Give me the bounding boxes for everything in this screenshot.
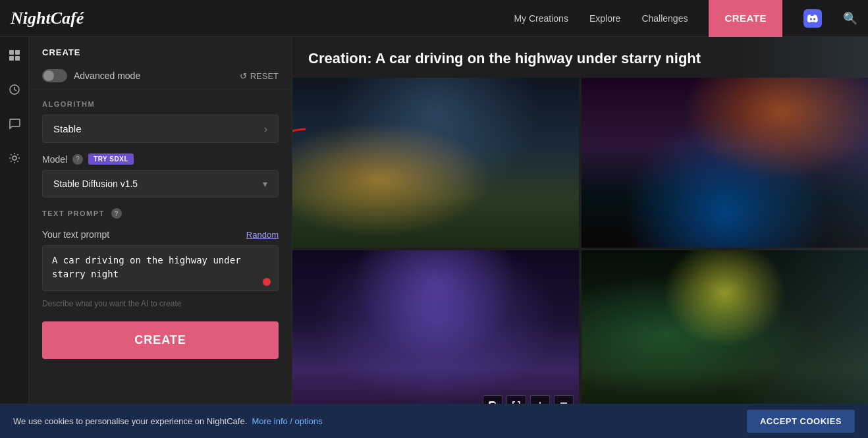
- panel-header: CREATE: [29, 37, 292, 63]
- svg-rect-39: [327, 372, 333, 402]
- cookie-message: We use cookies to personalise your exper…: [13, 416, 322, 426]
- model-chevron-down-icon: ▾: [263, 178, 267, 189]
- svg-point-30: [629, 103, 630, 105]
- svg-point-5: [13, 156, 16, 160]
- model-value: Stable Diffusion v1.5: [53, 178, 138, 189]
- search-icon[interactable]: 🔍: [843, 11, 857, 26]
- nav-create-button[interactable]: CREATE: [709, 0, 782, 37]
- create-main-button[interactable]: CREATE: [42, 321, 279, 359]
- image-cell-2[interactable]: [582, 78, 868, 248]
- algorithm-value: Stable: [53, 123, 82, 134]
- content-title: Creation: A car driving on the highway u…: [292, 37, 868, 78]
- svg-rect-21: [582, 78, 868, 248]
- nav-my-creations[interactable]: My Creations: [514, 13, 568, 24]
- svg-point-63: [826, 263, 828, 265]
- control-panel: CREATE Advanced mode ↺ RESET ALGORITHM S…: [29, 37, 292, 438]
- model-select-dropdown[interactable]: Stable Diffusion v1.5 ▾: [42, 170, 279, 198]
- prompt-textarea[interactable]: A car driving on the highway under starr…: [42, 245, 279, 291]
- svg-point-62: [642, 260, 643, 261]
- image-grid: [292, 78, 868, 423]
- svg-point-48: [695, 263, 755, 323]
- svg-point-49: [695, 263, 755, 323]
- chevron-right-icon: ›: [264, 124, 267, 134]
- svg-rect-20: [582, 78, 868, 248]
- sidebar-chat-icon[interactable]: [4, 113, 25, 134]
- random-link[interactable]: Random: [246, 230, 279, 240]
- reset-button[interactable]: ↺ RESET: [240, 71, 279, 81]
- svg-point-19: [551, 87, 552, 88]
- topnav: NightCafé My Creations Explore Challenge…: [0, 0, 868, 37]
- sidebar-settings-icon[interactable]: [4, 148, 25, 169]
- svg-rect-13: [420, 206, 452, 216]
- prompt-input-wrapper: A car driving on the highway under starr…: [42, 245, 279, 294]
- icon-sidebar: [0, 37, 29, 438]
- recording-dot: [263, 278, 271, 286]
- your-text-prompt-label: Your text prompt: [42, 229, 109, 240]
- svg-rect-3: [15, 56, 20, 61]
- reset-icon: ↺: [240, 71, 247, 81]
- svg-point-64: [853, 276, 854, 277]
- advanced-mode-toggle[interactable]: [42, 69, 67, 82]
- nav-challenges[interactable]: Challenges: [641, 13, 688, 24]
- svg-point-15: [353, 110, 354, 111]
- sidebar-grid-icon[interactable]: [4, 45, 25, 66]
- reset-label: RESET: [250, 71, 279, 81]
- prompt-header-row: Your text prompt Random: [42, 229, 279, 240]
- svg-point-61: [602, 266, 604, 268]
- svg-marker-10: [406, 196, 466, 248]
- algorithm-section-label: ALGORITHM: [42, 100, 279, 108]
- prompt-hint: Describe what you want the AI to create: [42, 299, 279, 308]
- algorithm-dropdown[interactable]: Stable ›: [42, 115, 279, 143]
- svg-point-29: [595, 90, 597, 92]
- svg-point-32: [708, 97, 709, 98]
- prompt-help-icon[interactable]: ?: [111, 208, 122, 219]
- svg-rect-7: [292, 78, 579, 248]
- svg-rect-37: [301, 375, 306, 402]
- main-layout: CREATE Advanced mode ↺ RESET ALGORITHM S…: [0, 37, 868, 438]
- accept-cookies-button[interactable]: ACCEPT COOKIES: [747, 410, 855, 433]
- nav-explore[interactable]: Explore: [589, 13, 620, 24]
- svg-marker-52: [582, 326, 600, 362]
- svg-rect-8: [292, 78, 579, 248]
- svg-marker-9: [292, 144, 579, 248]
- svg-point-28: [746, 229, 752, 236]
- svg-rect-46: [582, 250, 868, 420]
- svg-rect-2: [9, 56, 14, 61]
- svg-marker-38: [294, 352, 313, 379]
- svg-point-16: [385, 90, 387, 92]
- svg-rect-47: [582, 250, 868, 420]
- try-sdxl-badge[interactable]: TRY SDXL: [88, 153, 134, 165]
- model-help-icon[interactable]: ?: [72, 154, 83, 165]
- advanced-mode-row: Advanced mode ↺ RESET: [29, 63, 292, 90]
- svg-point-22: [758, 86, 811, 138]
- svg-rect-0: [9, 50, 14, 55]
- svg-rect-26: [699, 216, 751, 236]
- svg-marker-40: [321, 348, 339, 375]
- panel-content: ALGORITHM Stable › Model ? TRY SDXL Stab…: [29, 100, 292, 372]
- svg-marker-25: [695, 209, 755, 248]
- discord-icon[interactable]: [803, 9, 822, 28]
- svg-point-31: [661, 87, 663, 89]
- sidebar-history-icon[interactable]: [4, 79, 25, 100]
- image-cell-3[interactable]: [292, 250, 579, 420]
- image-cell-4[interactable]: [582, 250, 868, 420]
- model-label: Model: [42, 154, 67, 165]
- svg-rect-24: [582, 209, 868, 248]
- logo: NightCafé: [11, 9, 84, 28]
- cookie-banner: We use cookies to personalise your exper…: [0, 404, 868, 438]
- svg-point-17: [485, 94, 486, 95]
- content-area: Creation: A car driving on the highway u…: [292, 37, 868, 438]
- image-cell-1[interactable]: [292, 78, 579, 248]
- model-row: Model ? TRY SDXL: [42, 153, 279, 165]
- svg-point-18: [517, 103, 519, 105]
- svg-point-33: [839, 117, 841, 119]
- cookie-more-info-link[interactable]: More info / options: [252, 416, 323, 426]
- svg-marker-54: [601, 339, 624, 372]
- svg-rect-1: [15, 50, 20, 55]
- svg-point-27: [697, 229, 704, 236]
- nav-links: My Creations Explore Challenges CREATE 🔍: [514, 0, 857, 37]
- svg-marker-51: [582, 336, 603, 369]
- svg-rect-12: [416, 209, 456, 226]
- advanced-mode-label: Advanced mode: [74, 70, 140, 81]
- svg-point-14: [319, 97, 321, 99]
